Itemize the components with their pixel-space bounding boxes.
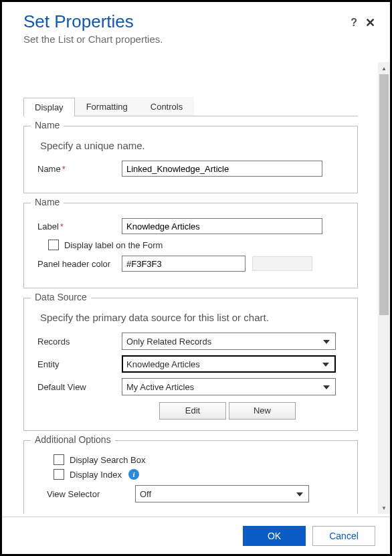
group-label-legend: Name: [31, 197, 64, 207]
edit-button[interactable]: Edit: [159, 402, 226, 420]
display-search-box-checkbox[interactable]: [54, 454, 64, 465]
tab-bar: Display Formatting Controls: [23, 97, 358, 116]
records-label: Records: [35, 337, 122, 347]
default-view-select[interactable]: My Active Articles: [122, 378, 336, 395]
display-index-label: Display Index: [70, 470, 122, 480]
group-ao-legend: Additional Options: [31, 434, 115, 445]
group-name-legend: Name: [31, 120, 64, 130]
group-additional-options: Additional Options Display Search Box Di…: [23, 440, 358, 514]
panel-color-label: Panel header color: [35, 259, 122, 269]
ok-button[interactable]: OK: [243, 526, 306, 546]
info-icon[interactable]: i: [128, 469, 139, 480]
panel-color-swatch[interactable]: [252, 256, 312, 271]
records-select[interactable]: Only Related Records: [122, 333, 336, 350]
panel-color-input[interactable]: [122, 256, 246, 272]
entity-label: Entity: [35, 359, 122, 369]
entity-select[interactable]: Knowledge Articles: [122, 355, 336, 373]
group-data-source: Data Source Specify the primary data sou…: [23, 298, 358, 431]
display-label-checkbox[interactable]: [48, 240, 59, 250]
cancel-button[interactable]: Cancel: [312, 526, 375, 546]
name-label: Name*: [35, 164, 122, 174]
display-label-checkbox-label: Display label on the Form: [64, 240, 163, 250]
name-input[interactable]: [122, 161, 322, 177]
group-name-hint: Specify a unique name.: [40, 140, 347, 151]
close-icon[interactable]: ✕: [365, 17, 375, 29]
tab-controls[interactable]: Controls: [139, 97, 194, 116]
label-label: Label*: [35, 221, 122, 231]
tab-display[interactable]: Display: [23, 98, 75, 116]
label-input[interactable]: [122, 218, 322, 234]
dialog-subtitle: Set the List or Chart properties.: [23, 33, 373, 45]
view-selector-label: View Selector: [35, 489, 135, 499]
new-button[interactable]: New: [229, 402, 296, 420]
tab-formatting[interactable]: Formatting: [75, 97, 139, 116]
group-ds-hint: Specify the primary data source for this…: [40, 312, 347, 323]
group-ds-legend: Data Source: [31, 292, 91, 302]
view-selector-select[interactable]: Off: [135, 485, 309, 502]
group-name: Name Specify a unique name. Name*: [23, 126, 358, 193]
vertical-scrollbar[interactable]: ▲ ▼: [378, 62, 390, 514]
scroll-up-arrow[interactable]: ▲: [378, 62, 390, 74]
display-search-box-label: Display Search Box: [70, 455, 145, 465]
scroll-thumb[interactable]: [379, 74, 389, 315]
dialog-title: Set Properties: [23, 11, 373, 32]
display-index-checkbox[interactable]: [54, 469, 64, 480]
help-icon[interactable]: ?: [351, 17, 357, 29]
scroll-down-arrow[interactable]: ▼: [378, 502, 390, 514]
group-label: Name Label* Display label on the Form Pa…: [23, 203, 358, 288]
default-view-label: Default View: [35, 382, 122, 392]
